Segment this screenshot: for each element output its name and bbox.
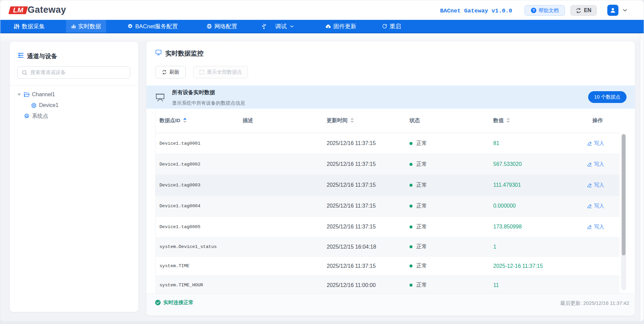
svg-text:?: ? xyxy=(532,8,535,12)
